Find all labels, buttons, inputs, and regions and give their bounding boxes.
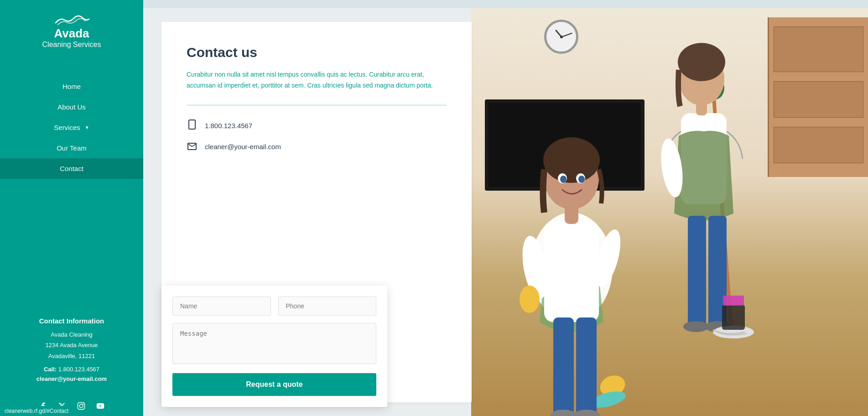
phone-icon: [187, 119, 198, 133]
clock-minute-hand: [561, 32, 572, 37]
svg-rect-0: [78, 403, 85, 410]
message-textarea[interactable]: [172, 323, 376, 364]
call-number: 1.800.123.4567: [58, 366, 99, 373]
sidebar-item-contact[interactable]: Contact: [0, 158, 143, 179]
sidebar-item-about[interactable]: About Us: [0, 97, 143, 117]
call-label: Call:: [44, 366, 57, 373]
instagram-icon[interactable]: [76, 400, 87, 411]
sidebar-item-team-label: Our Team: [57, 144, 87, 152]
contact-phone: Call: 1.800.123.4567: [9, 366, 134, 373]
sidebar: Avada Cleaning Services Home About Us Se…: [0, 0, 143, 416]
main-content: Contact us Curabitur non nulla sit amet …: [143, 0, 868, 416]
email-icon: [187, 141, 198, 153]
contact-divider: [187, 105, 447, 105]
svg-point-2: [83, 404, 83, 405]
svg-point-17: [578, 176, 585, 183]
svg-rect-29: [688, 216, 706, 330]
sidebar-item-home-label: Home: [62, 83, 81, 90]
cabinet-shelf-3: [774, 127, 863, 163]
sidebar-contact-info: Contact Information Avada Cleaning 1234 …: [0, 308, 143, 391]
logo-subtitle: Cleaning Services: [42, 41, 101, 49]
wall-clock: [544, 20, 578, 54]
svg-rect-18: [553, 317, 574, 416]
cabinet-shelf-2: [774, 81, 863, 118]
youtube-icon[interactable]: [95, 400, 106, 411]
submit-button[interactable]: Request a quote: [172, 373, 376, 396]
contact-form: Request a quote: [161, 286, 387, 407]
sidebar-item-services-label: Services: [54, 124, 80, 131]
contact-email-value: cleaner@your-email.com: [205, 143, 281, 151]
svg-rect-5: [544, 222, 599, 322]
name-input[interactable]: [172, 296, 271, 316]
cleaner-person-back: [654, 31, 754, 343]
contact-info-title: Contact Information: [9, 317, 134, 325]
svg-point-28: [678, 43, 725, 81]
svg-rect-35: [723, 296, 744, 306]
sidebar-item-team[interactable]: Our Team: [0, 138, 143, 158]
logo-area: Avada Cleaning Services: [0, 0, 143, 62]
phone-info-row: 1.800.123.4567: [187, 119, 447, 133]
svg-point-16: [560, 176, 567, 183]
sidebar-item-contact-label: Contact: [60, 165, 83, 172]
svg-point-8: [520, 286, 540, 313]
email-info-row: cleaner@your-email.com: [187, 141, 447, 153]
svg-rect-34: [722, 305, 745, 330]
status-url: cleanerweb.rf.gd/#Contact: [5, 408, 68, 414]
svg-point-1: [79, 404, 83, 408]
cabinet-right: [768, 17, 868, 177]
form-name-phone-row: [172, 296, 376, 316]
phone-input[interactable]: [278, 296, 377, 316]
hero-image: [471, 8, 868, 416]
sidebar-item-about-label: About Us: [57, 103, 86, 111]
contact-phone-value: 1.800.123.4567: [205, 122, 252, 130]
contact-title: Contact us: [187, 45, 447, 60]
top-bar: [143, 0, 868, 8]
cabinet-shelf-1: [774, 26, 863, 72]
contact-description: Curabitur non nulla sit amet nisl tempus…: [187, 69, 447, 91]
contact-email: cleaner@your-email.com: [9, 375, 134, 382]
sidebar-item-services[interactable]: Services ▼: [0, 117, 143, 138]
content-area: Contact us Curabitur non nulla sit amet …: [143, 8, 868, 416]
svg-rect-19: [576, 317, 597, 416]
logo-wave-icon: [53, 14, 90, 26]
status-bar: cleanerweb.rf.gd/#Contact: [0, 406, 73, 416]
logo-brand: Avada: [54, 26, 89, 41]
svg-point-13: [543, 137, 600, 183]
sidebar-navigation: Home About Us Services ▼ Our Team Contac…: [0, 76, 143, 179]
services-dropdown-arrow-icon: ▼: [85, 125, 89, 130]
contact-address: Avada Cleaning 1234 Avada Avenue Avadavi…: [9, 329, 134, 361]
clock-center: [560, 36, 563, 38]
sidebar-item-home[interactable]: Home: [0, 76, 143, 97]
cleaner-person-front: [499, 94, 645, 416]
